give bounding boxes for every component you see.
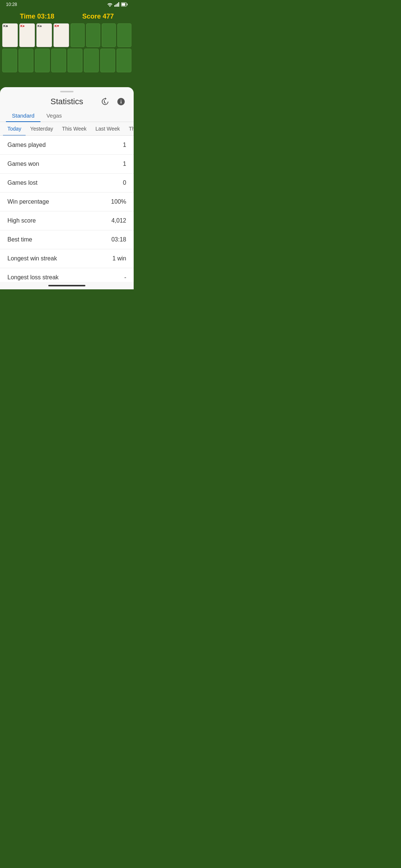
card-k-hearts: K♥ xyxy=(53,23,69,47)
svg-rect-3 xyxy=(118,2,120,7)
info-icon xyxy=(117,97,125,106)
tab-this-month[interactable]: This M xyxy=(124,122,134,135)
period-tabs: Today Yesterday This Week Last Week This… xyxy=(0,122,134,136)
stat-games-lost: Games lost 0 xyxy=(0,174,134,193)
game-info: Time 03:18 Score 477 xyxy=(0,11,134,22)
empty-slot-9 xyxy=(2,49,17,72)
card-k-diamonds: K♦ xyxy=(19,23,35,47)
svg-rect-0 xyxy=(114,5,115,7)
stat-games-won: Games won 1 xyxy=(0,155,134,174)
stat-games-played: Games played 1 xyxy=(0,136,134,155)
svg-rect-6 xyxy=(127,4,128,6)
card-row-2 xyxy=(2,49,131,72)
tab-yesterday[interactable]: Yesterday xyxy=(26,122,58,135)
history-icon xyxy=(100,97,109,106)
wifi-icon xyxy=(107,2,113,7)
empty-slot-5 xyxy=(71,23,85,47)
tab-standard[interactable]: Standard xyxy=(6,109,40,122)
stat-high-score: High score 4,012 xyxy=(0,211,134,230)
card-k-clubs: K♣ xyxy=(2,23,18,47)
stat-win-percentage: Win percentage 100% xyxy=(0,193,134,211)
game-area: Time 03:18 Score 477 K♣ K♦ K♠ K♥ xyxy=(0,0,134,96)
history-button[interactable] xyxy=(98,95,111,108)
svg-rect-2 xyxy=(117,3,118,7)
signal-icon xyxy=(114,2,120,7)
home-bar xyxy=(48,285,85,286)
empty-slot-11 xyxy=(35,49,50,72)
stat-longest-loss-streak: Longest loss streak - xyxy=(0,268,134,282)
empty-slot-7 xyxy=(102,23,116,47)
tab-vegas[interactable]: Vegas xyxy=(40,109,68,122)
svg-rect-1 xyxy=(116,4,117,7)
stat-best-time: Best time 03:18 xyxy=(0,230,134,249)
bottom-sheet: Statistics Standard Vegas xyxy=(0,87,134,289)
tab-today[interactable]: Today xyxy=(3,122,26,135)
card-row-1: K♣ K♦ K♠ K♥ xyxy=(2,23,131,47)
battery-icon xyxy=(121,2,128,7)
game-score: Score 477 xyxy=(82,13,114,20)
drag-handle[interactable] xyxy=(60,91,74,92)
game-time: Time 03:18 xyxy=(20,13,55,20)
empty-slot-13 xyxy=(68,49,82,72)
empty-slot-14 xyxy=(84,49,99,72)
sheet-header: Statistics xyxy=(0,95,134,109)
empty-slot-8 xyxy=(117,23,131,47)
status-icons xyxy=(107,2,128,7)
empty-slot-15 xyxy=(100,49,115,72)
clock: 10:28 xyxy=(6,2,17,7)
tab-this-week[interactable]: This Week xyxy=(58,122,91,135)
help-button[interactable] xyxy=(114,95,128,108)
header-icons xyxy=(98,95,128,108)
svg-rect-5 xyxy=(122,3,125,6)
game-type-tabs: Standard Vegas xyxy=(0,109,134,122)
card-rows: K♣ K♦ K♠ K♥ xyxy=(0,22,134,74)
empty-slot-12 xyxy=(51,49,66,72)
stats-list: Games played 1 Games won 1 Games lost 0 … xyxy=(0,136,134,282)
tab-last-week[interactable]: Last Week xyxy=(91,122,124,135)
empty-slot-6 xyxy=(86,23,100,47)
stat-longest-win-streak: Longest win streak 1 win xyxy=(0,249,134,268)
sheet-title: Statistics xyxy=(50,97,83,106)
empty-slot-10 xyxy=(19,49,33,72)
home-indicator xyxy=(0,282,134,289)
card-k-spades: K♠ xyxy=(36,23,52,47)
empty-slot-16 xyxy=(117,49,131,72)
status-bar: 10:28 xyxy=(0,0,134,9)
